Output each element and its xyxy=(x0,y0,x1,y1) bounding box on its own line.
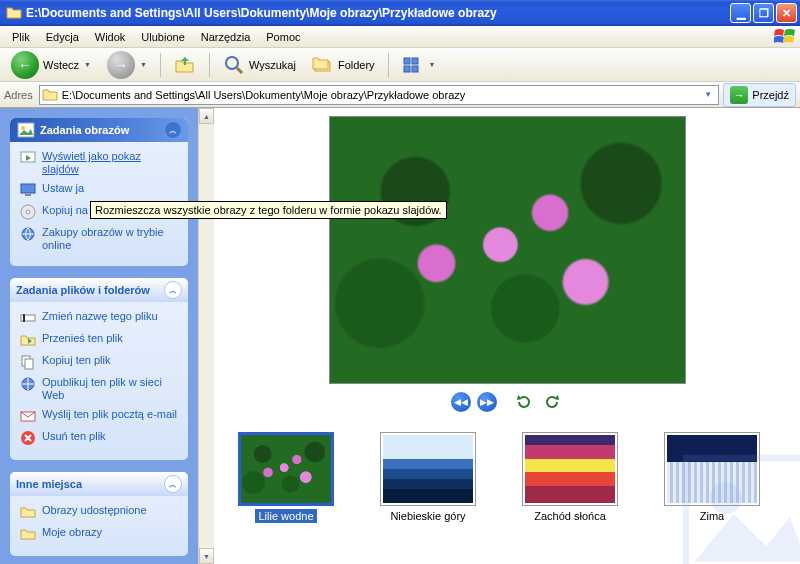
task-label: Kopiuj ten plik xyxy=(42,354,111,367)
menu-edit[interactable]: Edycja xyxy=(38,29,87,45)
tasks-pane: Zadania obrazów ︽ Wyświetl jako pokaz sl… xyxy=(0,108,214,564)
menu-view[interactable]: Widok xyxy=(87,29,134,45)
rename-icon xyxy=(20,310,36,326)
rotate-cw-button[interactable] xyxy=(541,393,563,411)
thumbnail-label: Zachód słońca xyxy=(531,509,609,523)
folders-icon xyxy=(312,54,334,76)
toolbar: ← Wstecz ▼ → ▼ Wyszukaj Foldery ▼ xyxy=(0,48,800,82)
next-image-button[interactable]: ▶▶ xyxy=(477,392,497,412)
forward-icon: → xyxy=(107,51,135,79)
sidebar-scrollbar[interactable]: ▲ ▼ xyxy=(198,108,214,564)
menu-tools[interactable]: Narzędzia xyxy=(193,29,259,45)
scroll-track[interactable] xyxy=(199,124,214,548)
svg-line-1 xyxy=(237,68,242,73)
chevron-down-icon[interactable]: ▼ xyxy=(140,61,147,68)
thumbnail-image xyxy=(238,432,334,506)
content-area: ◀◀ ▶▶ Lilie wodne Niebieskie góry Zachód… xyxy=(214,108,800,564)
search-button[interactable]: Wyszukaj xyxy=(216,50,303,80)
thumbnail-label: Lilie wodne xyxy=(255,509,316,523)
filmstrip-controls: ◀◀ ▶▶ xyxy=(214,388,800,420)
task-shop-online[interactable]: Zakupy obrazów w trybie online xyxy=(20,226,178,252)
panel-title: Zadania plików i folderów xyxy=(16,284,164,296)
svg-rect-3 xyxy=(412,58,418,64)
separator xyxy=(209,53,210,77)
collapse-icon[interactable]: ︽ xyxy=(164,121,182,139)
panel-other-places: Inne miejsca ︽ Obrazy udostępnione Moje … xyxy=(10,472,188,556)
scroll-down-button[interactable]: ▼ xyxy=(199,548,214,564)
thumbnail-item[interactable]: Lilie wodne xyxy=(236,432,336,522)
slideshow-icon xyxy=(20,150,36,166)
folder-up-icon xyxy=(174,54,196,76)
place-label: Obrazy udostępnione xyxy=(42,504,147,517)
folder-icon xyxy=(6,5,22,21)
task-label: Przenieś ten plik xyxy=(42,332,123,345)
tooltip: Rozmieszcza wszystkie obrazy z tego fold… xyxy=(90,201,447,219)
close-button[interactable]: ✕ xyxy=(776,3,797,23)
chevron-down-icon[interactable]: ▼ xyxy=(84,61,91,68)
folder-icon xyxy=(20,504,36,520)
task-label: Zmień nazwę tego pliku xyxy=(42,310,158,323)
thumbnail-item[interactable]: Zachód słońca xyxy=(520,432,620,522)
address-dropdown-button[interactable]: ▼ xyxy=(700,90,716,99)
watermark-icon xyxy=(670,434,800,564)
address-label: Adres xyxy=(4,89,33,101)
views-button[interactable]: ▼ xyxy=(395,51,443,79)
task-publish[interactable]: Opublikuj ten plik w sieci Web xyxy=(20,376,178,402)
collapse-icon[interactable]: ︽ xyxy=(164,281,182,299)
address-bar: Adres ▼ → Przejdź xyxy=(0,82,800,108)
rotate-ccw-button[interactable] xyxy=(513,393,535,411)
menu-file[interactable]: Plik xyxy=(4,29,38,45)
task-copy[interactable]: Kopiuj ten plik xyxy=(20,354,178,370)
address-input[interactable] xyxy=(62,89,701,101)
move-icon xyxy=(20,332,36,348)
copy-icon xyxy=(20,354,36,370)
panel-file-tasks: Zadania plików i folderów ︽ Zmień nazwę … xyxy=(10,278,188,460)
chevron-down-icon[interactable]: ▼ xyxy=(429,61,436,68)
panel-header-picture-tasks[interactable]: Zadania obrazów ︽ xyxy=(10,118,188,142)
go-button[interactable]: → Przejdź xyxy=(723,83,796,107)
menu-help[interactable]: Pomoc xyxy=(258,29,308,45)
shop-icon xyxy=(20,226,36,242)
go-label: Przejdź xyxy=(752,89,789,101)
panel-header-other-places[interactable]: Inne miejsca ︽ xyxy=(10,472,188,496)
menu-favorites[interactable]: Ulubione xyxy=(133,29,192,45)
address-combobox[interactable]: ▼ xyxy=(39,85,720,105)
scroll-up-button[interactable]: ▲ xyxy=(199,108,214,124)
forward-button[interactable]: → ▼ xyxy=(100,47,154,83)
task-move[interactable]: Przenieś ten plik xyxy=(20,332,178,348)
task-rename[interactable]: Zmień nazwę tego pliku xyxy=(20,310,178,326)
task-slideshow[interactable]: Wyświetl jako pokaz slajdów xyxy=(20,150,178,176)
collapse-icon[interactable]: ︽ xyxy=(164,475,182,493)
svg-point-0 xyxy=(226,57,238,69)
picture-tasks-icon xyxy=(16,120,36,140)
svg-rect-5 xyxy=(412,66,418,72)
task-email[interactable]: Wyślij ten plik pocztą e-mail xyxy=(20,408,178,424)
minimize-button[interactable]: ▁ xyxy=(730,3,751,23)
panel-header-file-tasks[interactable]: Zadania plików i folderów ︽ xyxy=(10,278,188,302)
email-icon xyxy=(20,408,36,424)
window-title: E:\Documents and Settings\All Users\Doku… xyxy=(26,6,728,20)
separator xyxy=(160,53,161,77)
desktop-icon xyxy=(20,182,36,198)
rotate-cw-icon xyxy=(543,393,561,411)
place-shared-pictures[interactable]: Obrazy udostępnione xyxy=(20,504,178,520)
back-button[interactable]: ← Wstecz ▼ xyxy=(4,47,98,83)
svg-rect-4 xyxy=(404,66,410,72)
previous-image-button[interactable]: ◀◀ xyxy=(451,392,471,412)
up-button[interactable] xyxy=(167,50,203,80)
place-my-pictures[interactable]: Moje obrazy xyxy=(20,526,178,542)
task-label: Usuń ten plik xyxy=(42,430,106,443)
folders-button[interactable]: Foldery xyxy=(305,50,382,80)
panel-picture-tasks: Zadania obrazów ︽ Wyświetl jako pokaz sl… xyxy=(10,118,188,266)
rotate-ccw-icon xyxy=(515,393,533,411)
maximize-button[interactable]: ❐ xyxy=(753,3,774,23)
folders-label: Foldery xyxy=(338,59,375,71)
back-icon: ← xyxy=(11,51,39,79)
search-icon xyxy=(223,54,245,76)
task-delete[interactable]: Usuń ten plik xyxy=(20,430,178,446)
back-label: Wstecz xyxy=(43,59,79,71)
task-set-as[interactable]: Ustaw ja xyxy=(20,182,178,198)
task-label: Wyślij ten plik pocztą e-mail xyxy=(42,408,177,421)
thumbnail-item[interactable]: Niebieskie góry xyxy=(378,432,478,522)
svg-point-7 xyxy=(21,126,25,130)
